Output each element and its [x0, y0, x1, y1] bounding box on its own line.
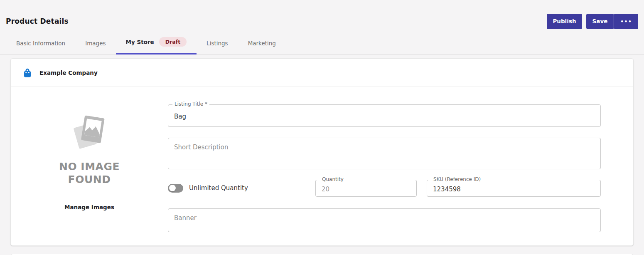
company-name: Example Company: [39, 69, 98, 76]
tab-label: Images: [85, 40, 106, 47]
page-header: Product Details Publish Save •••: [0, 0, 644, 30]
draft-status-badge: Draft: [159, 37, 187, 47]
banner-input[interactable]: [168, 209, 600, 232]
tab-bar: Basic Information Images My Store Draft …: [0, 30, 644, 54]
unlimited-quantity-label: Unlimited Quantity: [189, 184, 248, 192]
tab-my-store[interactable]: My Store Draft: [116, 37, 197, 54]
tab-marketing[interactable]: Marketing: [238, 40, 286, 54]
short-description-input[interactable]: [168, 138, 600, 169]
listing-title-input[interactable]: [168, 105, 600, 126]
image-column: NO IMAGE FOUND Manage Images: [11, 87, 168, 232]
tab-basic-information[interactable]: Basic Information: [6, 40, 75, 54]
quantity-input[interactable]: [316, 180, 416, 196]
toggle-knob: [169, 185, 176, 191]
page-title: Product Details: [6, 17, 69, 25]
sku-label: SKU (Reference ID): [431, 176, 483, 182]
more-actions-button[interactable]: •••: [614, 14, 638, 29]
unlimited-quantity-control: Unlimited Quantity: [168, 184, 315, 193]
header-actions: Publish Save •••: [547, 14, 638, 29]
shopping-bag-icon: [22, 67, 33, 79]
sku-field: SKU (Reference ID): [427, 180, 601, 197]
card-body: NO IMAGE FOUND Manage Images Listing Tit…: [11, 87, 633, 232]
listing-title-label: Listing Title *: [172, 101, 209, 107]
quantity-field: Quantity: [315, 180, 417, 197]
tab-images[interactable]: Images: [75, 40, 116, 54]
tab-label: Basic Information: [16, 40, 65, 47]
short-description-field: [168, 138, 601, 169]
unlimited-quantity-toggle[interactable]: [168, 184, 183, 193]
ellipsis-icon: •••: [620, 18, 632, 25]
publish-button[interactable]: Publish: [547, 14, 582, 29]
company-header: Example Company: [11, 59, 633, 87]
store-listing-card: Example Company NO IMAGE FOUND Manage Im…: [10, 58, 634, 246]
quantity-row: Unlimited Quantity Quantity SKU (Referen…: [168, 179, 601, 197]
form-column: Listing Title * Unlimited Quantity Quant…: [168, 87, 633, 232]
quantity-label: Quantity: [320, 176, 346, 182]
save-button[interactable]: Save: [586, 14, 614, 29]
listing-title-field: Listing Title *: [168, 104, 601, 127]
no-image-icon: [69, 114, 109, 154]
sku-input[interactable]: [427, 180, 600, 196]
manage-images-button[interactable]: Manage Images: [64, 204, 114, 210]
save-split-button: Save •••: [586, 14, 638, 29]
tab-label: My Store: [126, 39, 154, 45]
tab-label: Marketing: [248, 40, 276, 47]
tab-listings[interactable]: Listings: [197, 40, 238, 54]
tab-label: Listings: [206, 40, 228, 47]
no-image-found-text: NO IMAGE FOUND: [51, 160, 128, 186]
banner-field: [168, 208, 601, 232]
